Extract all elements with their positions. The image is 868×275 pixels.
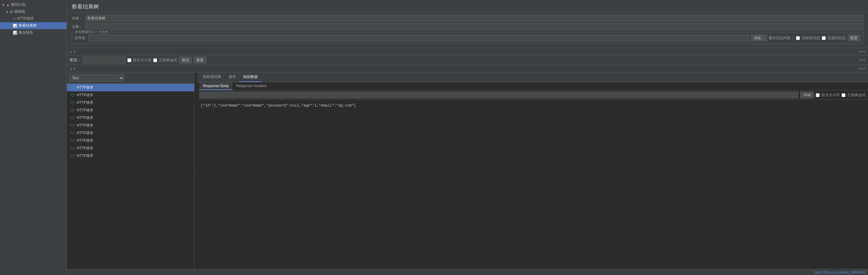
json-content: {"id":1,"userName":"userName","password"…: [199, 102, 866, 109]
tab-sampler-results[interactable]: 取样器结果: [199, 73, 225, 82]
up-arrow-icon-2[interactable]: ▲: [69, 67, 72, 70]
name-row: 名称：: [72, 15, 863, 22]
green-shield-icon-1: 🛡: [70, 93, 75, 98]
file-label: 文件名: [74, 36, 87, 41]
error-log-label: 仅错误日志: [802, 36, 820, 41]
name-input[interactable]: [86, 15, 863, 22]
find-button[interactable]: 查找: [179, 57, 192, 63]
sidebar-root[interactable]: ▲ 测试计划: [0, 1, 67, 8]
down-arrow-icon-2[interactable]: ▼: [73, 67, 76, 70]
format-select[interactable]: Text HTML JSON XML: [69, 74, 124, 82]
green-shield-icon-5: 🛡: [70, 123, 75, 128]
tree-item-5[interactable]: 🛡 HTTP请求: [67, 122, 194, 129]
regex-label: 正则表达式: [159, 58, 177, 63]
chart-icon-2: 📊: [13, 31, 17, 35]
sidebar-item-view-results-label: 察看结果树: [19, 23, 37, 28]
tab-response-data[interactable]: 响应数据: [240, 73, 261, 82]
status-bar: https://blog.csdn.net/qq_38628046: [67, 269, 868, 275]
green-shield-icon-0: 🛡: [70, 85, 75, 90]
response-area: {"id":1,"userName":"userName","password"…: [197, 100, 868, 269]
dots-menu-3[interactable]: •••: [859, 66, 866, 71]
case-checkbox[interactable]: [127, 58, 131, 62]
regex-row: 正则表达式: [153, 58, 177, 63]
tree-item-6[interactable]: 🛡 HTTP请求: [67, 129, 194, 137]
find-input[interactable]: [199, 92, 798, 98]
test-plan-icon: ▲: [6, 3, 10, 7]
chart-icon-1: 📊: [13, 24, 17, 28]
comment-row: 注释：: [72, 23, 863, 30]
green-shield-icon-7: 🛡: [70, 138, 75, 143]
resize-handle[interactable]: ⋮: [193, 73, 195, 269]
sidebar-item-aggregate-label: 聚合报告: [19, 30, 33, 35]
case-row: 区分大小写: [127, 58, 151, 63]
tree-item-3[interactable]: 🛡 HTTP请求: [67, 107, 194, 114]
comment-input[interactable]: [86, 23, 863, 30]
pencil-icon: ✏: [13, 17, 16, 21]
file-section-title: 所有数据写入一个文件: [74, 30, 110, 34]
left-panel: Text HTML JSON XML 🛡 HTTP请求 🛡 HTTP请求 🛡: [67, 73, 194, 269]
toolbar-2: ▲ ▼ •••: [67, 65, 868, 73]
sub-tab-response-body[interactable]: Response Body: [199, 82, 232, 90]
tree-item-1[interactable]: 🛡 HTTP请求: [67, 91, 194, 99]
main-tab-bar: 取样器结果 请求 响应数据: [197, 73, 868, 82]
split-panel: Text HTML JSON XML 🛡 HTTP请求 🛡 HTTP请求 🛡: [67, 73, 868, 269]
sidebar-thread-group[interactable]: ⚙ 线程组: [0, 8, 67, 15]
tree-item-label-7: HTTP请求: [76, 138, 93, 143]
success-log-label: 仅成功日志: [828, 36, 846, 41]
tree-item-label-4: HTTP请求: [76, 115, 93, 121]
arrow-down-icon-2: [5, 10, 8, 14]
tree-item-4[interactable]: 🛡 HTTP请求: [67, 114, 194, 122]
green-shield-icon-6: 🛡: [70, 131, 75, 136]
down-arrow-icon-1[interactable]: ▼: [73, 50, 76, 54]
green-shield-icon-9: 🛡: [70, 153, 75, 159]
sidebar: ▲ 测试计划 ⚙ 线程组 ✏ HTTP请求 📊 察看结果树 📊 聚合报告: [0, 0, 67, 275]
success-log-row: 仅成功日志: [822, 36, 846, 41]
main-panel: 察看结果树 名称： 注释： 所有数据写入一个文件 文件名 浏览... 显示日志内…: [67, 0, 868, 275]
browse-button[interactable]: 浏览...: [751, 35, 767, 41]
toolbar-arrows-2: ▲ ▼: [69, 67, 76, 70]
tree-list: 🛡 HTTP请求 🛡 HTTP请求 🛡 HTTP请求 🛡 HTTP请求 🛡: [67, 84, 194, 269]
tab-request[interactable]: 请求: [225, 73, 240, 82]
find-regex-checkbox[interactable]: [842, 93, 845, 97]
config-button[interactable]: 配置: [848, 35, 860, 41]
green-shield-icon-8: 🛡: [70, 146, 75, 151]
find-regex-row: 正则表达式: [842, 93, 866, 98]
green-shield-icon-3: 🛡: [70, 108, 75, 113]
find-case-label: 区分大小写: [822, 93, 840, 98]
gear-icon: ⚙: [10, 10, 13, 14]
sub-tab-response-headers[interactable]: Response headers: [232, 82, 271, 90]
find-case-checkbox[interactable]: [816, 93, 820, 97]
tree-item-label-2: HTTP请求: [76, 100, 93, 105]
find-btn[interactable]: Find: [800, 92, 814, 98]
tree-item-0[interactable]: 🛡 HTTP请求: [67, 84, 194, 91]
tree-item-8[interactable]: 🛡 HTTP请求: [67, 144, 194, 152]
tree-item-label-6: HTTP请求: [76, 131, 93, 136]
tree-item-label-5: HTTP请求: [76, 123, 93, 128]
tree-item-label-1: HTTP请求: [76, 93, 93, 98]
tree-item-7[interactable]: 🛡 HTTP请求: [67, 137, 194, 144]
tree-item-2[interactable]: 🛡 HTTP请求: [67, 99, 194, 107]
case-label: 区分大小写: [133, 58, 151, 63]
file-input[interactable]: [88, 35, 749, 41]
status-url[interactable]: https://blog.csdn.net/qq_38628046: [814, 270, 866, 274]
file-section: 所有数据写入一个文件 文件名 浏览... 显示日志内容： 仅错误日志 仅成功日志…: [72, 32, 863, 44]
sidebar-item-http-label: HTTP请求: [17, 16, 34, 21]
error-log-checkbox[interactable]: [796, 36, 800, 40]
sidebar-item-view-results[interactable]: 📊 察看结果树: [0, 22, 67, 29]
toolbar-1: ▲ ▼ •••: [67, 48, 868, 56]
dots-menu-1[interactable]: •••: [859, 49, 866, 54]
find-case-row: 区分大小写: [816, 93, 840, 98]
success-log-checkbox[interactable]: [822, 36, 826, 40]
up-arrow-icon-1[interactable]: ▲: [69, 50, 72, 54]
dots-menu-2[interactable]: •••: [859, 58, 866, 63]
search-input[interactable]: [83, 57, 126, 63]
search-row: 查找： 区分大小写 正则表达式 查找 重置 •••: [67, 56, 868, 65]
sidebar-item-http-request[interactable]: ✏ HTTP请求: [0, 15, 67, 22]
right-panel: 取样器结果 请求 响应数据 Response Body Response hea…: [197, 73, 868, 269]
regex-checkbox[interactable]: [153, 58, 157, 62]
green-shield-icon-2: 🛡: [70, 100, 75, 105]
reset-button[interactable]: 重置: [194, 57, 206, 63]
sidebar-thread-group-label: 线程组: [14, 9, 25, 14]
tree-item-9[interactable]: 🛡 HTTP请求: [67, 152, 194, 160]
sidebar-item-aggregate[interactable]: 📊 聚合报告: [0, 29, 67, 36]
